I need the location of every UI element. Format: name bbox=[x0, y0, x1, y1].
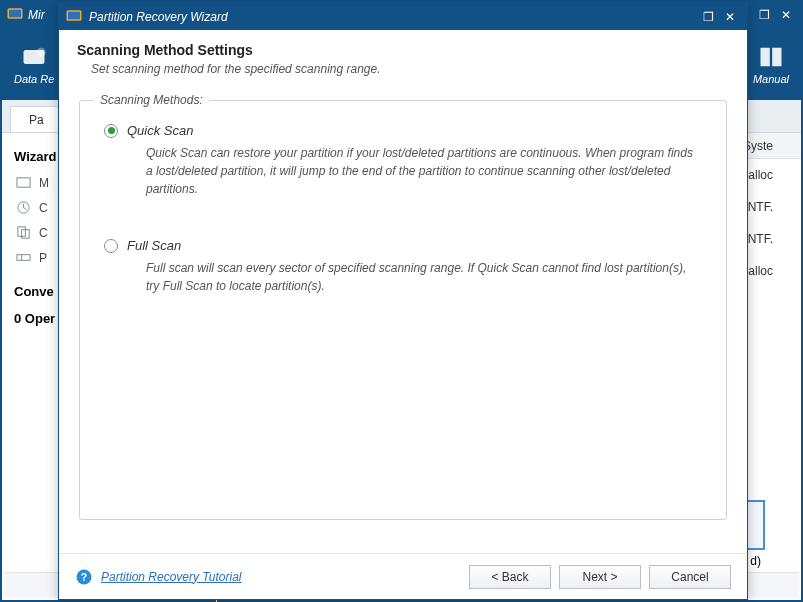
wizard-title-text: Partition Recovery Wizard bbox=[89, 10, 228, 24]
app-logo-icon bbox=[6, 6, 24, 24]
clock-icon bbox=[16, 200, 31, 215]
partition-icon bbox=[16, 250, 31, 265]
full-scan-label: Full Scan bbox=[127, 238, 181, 253]
ribbon-manual-label: Manual bbox=[753, 73, 789, 85]
ribbon-data-recovery-label: Data Re bbox=[14, 73, 54, 85]
tutorial-link[interactable]: Partition Recovery Tutorial bbox=[101, 570, 242, 584]
radio-quick-scan[interactable]: Quick Scan bbox=[104, 123, 708, 138]
wizard-titlebar: Partition Recovery Wizard ❐ ✕ bbox=[59, 3, 747, 30]
disk-map-label: d) bbox=[750, 554, 761, 568]
svg-rect-1 bbox=[9, 9, 21, 17]
full-scan-description: Full scan will scan every sector of spec… bbox=[104, 253, 708, 295]
option-quick-scan: Quick Scan Quick Scan can restore your p… bbox=[98, 123, 708, 216]
parent-close-button[interactable]: ✕ bbox=[775, 5, 797, 25]
wizard-logo-icon bbox=[65, 8, 83, 26]
radio-full-scan[interactable]: Full Scan bbox=[104, 238, 708, 253]
wizard-subheading: Set scanning method for the specified sc… bbox=[77, 58, 729, 76]
ribbon-data-recovery[interactable]: Data Re bbox=[14, 43, 54, 85]
svg-point-3 bbox=[37, 47, 46, 56]
tab-partition[interactable]: Pa bbox=[10, 106, 63, 132]
manual-icon bbox=[757, 43, 785, 71]
ribbon-manual[interactable]: Manual bbox=[753, 43, 789, 85]
quick-scan-label: Quick Scan bbox=[127, 123, 193, 138]
svg-text:?: ? bbox=[81, 570, 87, 582]
svg-rect-11 bbox=[68, 11, 80, 19]
recovery-wizard-dialog: Partition Recovery Wizard ❐ ✕ Scanning M… bbox=[58, 2, 748, 600]
help-icon: ? bbox=[75, 568, 93, 586]
sidebar-item-2-label: C bbox=[39, 226, 48, 240]
quick-scan-description: Quick Scan can restore your partition if… bbox=[104, 138, 708, 198]
parent-title-text: Mir bbox=[28, 8, 45, 22]
wizard-close-button[interactable]: ✕ bbox=[719, 7, 741, 27]
copy-icon bbox=[16, 225, 31, 240]
next-button[interactable]: Next > bbox=[559, 565, 641, 589]
migrate-icon bbox=[16, 175, 31, 190]
wizard-header: Scanning Method Settings Set scanning me… bbox=[59, 30, 747, 86]
wizard-footer: ? Partition Recovery Tutorial < Back Nex… bbox=[59, 553, 747, 599]
help-link-area: ? Partition Recovery Tutorial bbox=[75, 568, 242, 586]
parent-restore-button[interactable]: ❐ bbox=[753, 5, 775, 25]
wizard-restore-button[interactable]: ❐ bbox=[697, 7, 719, 27]
scanning-methods-fieldset: Scanning Methods: Quick Scan Quick Scan … bbox=[79, 100, 727, 520]
svg-rect-8 bbox=[17, 255, 30, 261]
option-full-scan: Full Scan Full scan will scan every sect… bbox=[98, 238, 708, 313]
data-recovery-icon bbox=[20, 43, 48, 71]
radio-icon bbox=[104, 239, 118, 253]
sidebar-item-0-label: M bbox=[39, 176, 49, 190]
sidebar-item-1-label: C bbox=[39, 201, 48, 215]
back-button[interactable]: < Back bbox=[469, 565, 551, 589]
cancel-button[interactable]: Cancel bbox=[649, 565, 731, 589]
radio-icon bbox=[104, 124, 118, 138]
sidebar-item-3-label: P bbox=[39, 251, 47, 265]
wizard-heading: Scanning Method Settings bbox=[77, 42, 729, 58]
fieldset-legend: Scanning Methods: bbox=[94, 93, 209, 107]
svg-rect-4 bbox=[17, 178, 30, 187]
